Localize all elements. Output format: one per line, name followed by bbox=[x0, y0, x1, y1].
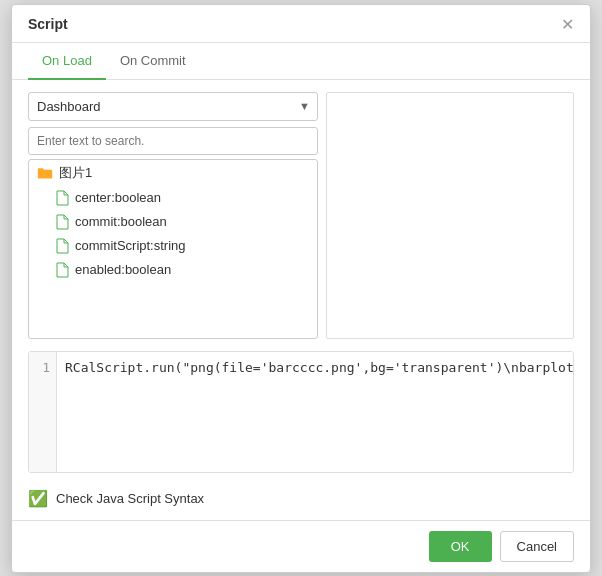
file-icon-3 bbox=[55, 238, 69, 254]
right-panel bbox=[326, 92, 574, 339]
ok-button[interactable]: OK bbox=[429, 531, 492, 562]
check-syntax-icon: ✅ bbox=[28, 489, 48, 508]
tree-file-item[interactable]: enabled:boolean bbox=[29, 258, 317, 282]
tree-item-label-0: center:boolean bbox=[75, 190, 161, 205]
tab-bar: On Load On Commit bbox=[12, 43, 590, 80]
tree-folder-item[interactable]: 图片1 bbox=[29, 160, 317, 186]
tab-on-load[interactable]: On Load bbox=[28, 43, 106, 80]
check-syntax-label[interactable]: Check Java Script Syntax bbox=[56, 491, 204, 506]
file-icon-1 bbox=[55, 190, 69, 206]
dialog-title: Script bbox=[28, 16, 68, 40]
line-numbers: 1 bbox=[29, 352, 57, 472]
tree-item-label-3: enabled:boolean bbox=[75, 262, 171, 277]
search-input[interactable] bbox=[28, 127, 318, 155]
tree-file-item[interactable]: center:boolean bbox=[29, 186, 317, 210]
dashboard-dropdown-wrapper: Dashboard ▼ bbox=[28, 92, 318, 121]
script-dialog: Script ✕ On Load On Commit Dashboard ▼ bbox=[11, 4, 591, 573]
code-content[interactable]: RCalScript.run("png(file='barcccc.png',b… bbox=[57, 352, 573, 472]
file-icon-2 bbox=[55, 214, 69, 230]
close-icon[interactable]: ✕ bbox=[561, 15, 574, 42]
tree-item-label-1: commit:boolean bbox=[75, 214, 167, 229]
dialog-header: Script ✕ bbox=[12, 5, 590, 43]
tab-on-commit[interactable]: On Commit bbox=[106, 43, 200, 80]
dialog-body: Dashboard ▼ 图片1 bbox=[12, 80, 590, 351]
folder-label: 图片1 bbox=[59, 164, 92, 182]
tree-item-label-2: commitScript:string bbox=[75, 238, 186, 253]
dialog-footer: OK Cancel bbox=[12, 520, 590, 572]
code-editor[interactable]: 1 RCalScript.run("png(file='barcccc.png'… bbox=[29, 352, 573, 472]
dashboard-dropdown[interactable]: Dashboard bbox=[28, 92, 318, 121]
tree-file-item[interactable]: commitScript:string bbox=[29, 234, 317, 258]
cancel-button[interactable]: Cancel bbox=[500, 531, 574, 562]
file-icon-4 bbox=[55, 262, 69, 278]
tree-container: 图片1 center:boolean commit:boolean bbox=[28, 159, 318, 339]
check-syntax-row: ✅ Check Java Script Syntax bbox=[12, 481, 590, 520]
left-panel: Dashboard ▼ 图片1 bbox=[28, 92, 318, 339]
code-area: 1 RCalScript.run("png(file='barcccc.png'… bbox=[28, 351, 574, 473]
folder-icon bbox=[37, 166, 53, 180]
tree-file-item[interactable]: commit:boolean bbox=[29, 210, 317, 234]
